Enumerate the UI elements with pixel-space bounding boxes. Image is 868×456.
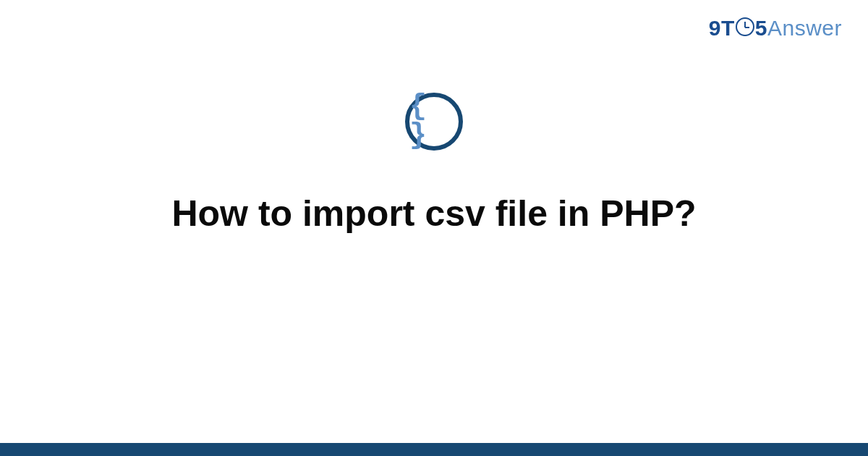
logo-text-9t: 9T <box>709 16 735 41</box>
logo-text-answer: Answer <box>767 16 842 41</box>
site-logo: 9T 5 Answer <box>709 16 842 41</box>
footer-bar <box>0 443 868 456</box>
code-braces-icon: { } <box>405 93 463 151</box>
question-title: How to import csv file in PHP? <box>171 193 696 235</box>
clock-icon <box>736 17 754 36</box>
logo-text-5: 5 <box>755 16 767 41</box>
braces-glyph: { } <box>409 93 459 151</box>
main-content: { } How to import csv file in PHP? <box>0 93 868 235</box>
